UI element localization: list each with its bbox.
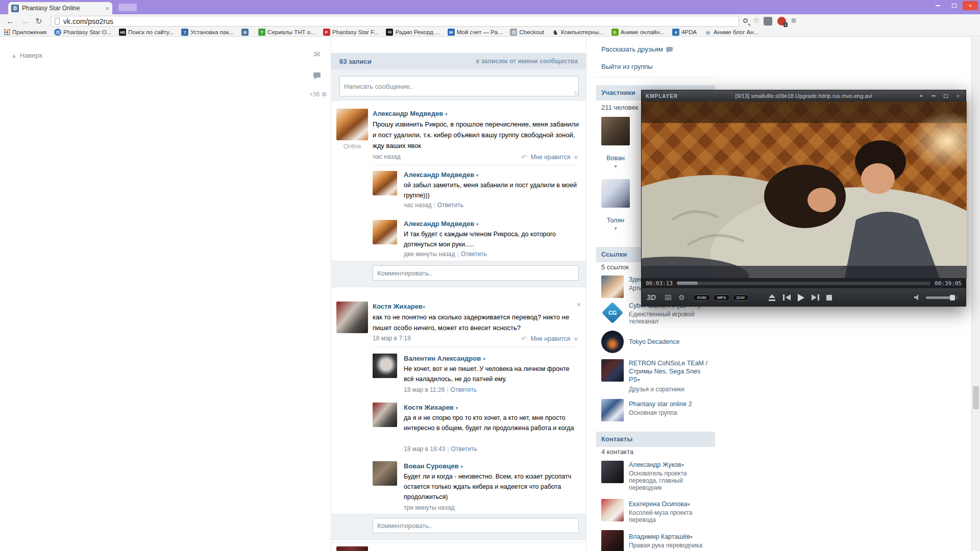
search-icon[interactable] [743,18,748,23]
next-button[interactable] [812,294,819,300]
window-maximize-button[interactable] [946,1,962,10]
adblock-extension-icon[interactable]: 3 [777,17,786,26]
3d-mode-button[interactable]: 3D [647,293,656,302]
share-arrow-icon[interactable]: ↶ [521,153,527,161]
comment-author-avatar[interactable] [373,171,397,195]
link-thumb[interactable] [601,359,624,382]
player-close-button[interactable]: × [954,93,962,99]
dropdown-icon[interactable]: ▾ [638,377,640,383]
comment-author-avatar[interactable] [373,461,397,486]
volume-knob[interactable] [950,295,955,300]
dropdown-icon[interactable]: ▾ [476,172,479,178]
contact-name-link[interactable]: Владимир Карташёв▾ [629,533,712,541]
dropdown-icon[interactable]: ▾ [688,502,690,507]
contact-avatar[interactable] [601,461,624,483]
bookmark-apps[interactable]: Приложения [4,29,46,35]
heart-icon[interactable]: ♥ [574,335,578,343]
leave-group-link[interactable]: Выйти из группы [601,63,653,70]
browser-menu-icon[interactable]: ≡ [791,16,796,26]
dropdown-icon[interactable]: ▾ [476,221,479,227]
link-thumb[interactable]: CG [601,302,624,324]
kmplayer-titlebar[interactable]: KMPLAYER [9/13] smallville.s09e18.Upgrad… [642,90,966,102]
messages-icon[interactable]: ✉ [309,49,325,59]
player-maximize-button[interactable] [942,93,949,99]
post-author-link[interactable]: Костя Жихарев▾ [373,303,425,310]
contact-avatar[interactable] [601,530,624,551]
volume-slider[interactable] [926,296,959,299]
dropdown-icon[interactable]: ▾ [445,111,448,117]
dropdown-icon[interactable]: ▾ [456,405,458,411]
scrollbar-thumb[interactable] [973,386,979,409]
reply-link[interactable]: Ответить [451,445,477,453]
stop-button[interactable] [826,295,832,300]
bookmark-item[interactable]: PPhantasy Star F... [323,29,379,36]
post-author-link[interactable]: Александр Медведев ▾ [373,110,448,117]
address-bar[interactable]: vk.com/pso2rus [51,16,739,27]
bookmark-star-icon[interactable]: ☆ [753,16,760,25]
link-title[interactable]: Tokyo Decadence [629,338,712,346]
contact-name-link[interactable]: Александр Жуков▾ [629,461,712,469]
bookmark-item[interactable]: В [241,29,251,36]
link-thumb[interactable] [601,276,624,298]
bookmark-item[interactable]: ◉Аниме блог Ан... [704,29,758,36]
bookmark-item[interactable]: 44PDA [672,29,697,36]
browser-tab[interactable]: В Phantasy Star Online × [8,2,112,14]
new-tab-button[interactable] [118,4,137,11]
composer-resize-handle[interactable] [574,91,579,96]
dropdown-icon[interactable]: ▾ [681,462,684,468]
bookmark-item[interactable]: DАниме онлайн... [611,29,665,36]
member-avatar[interactable] [601,117,630,145]
link-title[interactable]: RETRON CoNSoLe TEaM / Стримы Nes, Sega S… [629,359,712,384]
comment-author-link[interactable]: Александр Медведев ▾ [404,171,479,179]
link-thumb[interactable] [601,331,624,353]
share-arrow-icon[interactable]: ↶ [521,335,527,343]
back-button[interactable]: ← [3,17,17,26]
comment-author-avatar[interactable] [373,220,397,244]
reply-link[interactable]: Ответить [461,251,487,258]
dropdown-icon[interactable]: ▾ [423,304,425,310]
back-to-top-link[interactable]: ▲ Наверх [11,52,42,59]
post-author-avatar[interactable] [336,302,368,333]
comment-input[interactable] [373,518,579,533]
url-text[interactable]: vk.com/pso2rus [63,17,113,26]
bookmark-item[interactable]: ✉Радио Рекорд ... [386,29,439,36]
player-minimize-button[interactable] [930,93,937,99]
like-link[interactable]: Мне нравится [531,335,571,342]
reply-link[interactable]: Ответить [451,386,477,393]
community-posts-link[interactable]: к записям от имени сообщества [476,58,578,65]
player-settings-gear-icon[interactable]: ⚙ [678,293,685,302]
comment-author-avatar[interactable] [373,403,397,427]
link-thumb[interactable] [601,399,624,421]
contact-avatar[interactable] [601,499,624,521]
window-minimize-button[interactable] [930,1,945,10]
comment-author-avatar[interactable] [373,354,397,378]
comment-author-link[interactable]: Костя Жихарев ▾ [404,404,458,411]
share-with-friends-link[interactable]: Рассказать друзьям [601,45,673,53]
playlist-icon[interactable] [665,295,671,300]
dropdown-icon[interactable]: ▾ [690,534,693,540]
extension-icon[interactable] [764,17,772,26]
forward-button[interactable]: → [17,17,32,26]
eject-button[interactable] [768,294,776,301]
settings-gear-icon[interactable]: ⚙ [322,91,327,98]
comment-author-link[interactable]: Вован Суровцев ▾ [404,462,463,470]
member-avatar[interactable] [601,179,630,208]
next-post-avatar[interactable] [336,546,368,551]
member-name-link[interactable]: Вован [601,155,630,162]
comment-author-link[interactable]: Александр Медведев ▾ [404,220,479,228]
heart-icon[interactable]: ♥ [574,154,578,161]
dropdown-icon[interactable]: ▾ [601,163,630,169]
comment-input[interactable] [373,265,579,281]
seek-bar[interactable] [677,282,930,285]
post-close-icon[interactable]: × [576,300,581,309]
bookmark-item[interactable]: @Phantasy Star O... [54,29,111,36]
video-frame[interactable] [642,102,967,278]
post-composer-input[interactable] [339,76,579,96]
bookmark-item[interactable]: HDПоиск по сайту... [119,29,174,36]
comments-icon[interactable] [313,72,321,78]
reload-button[interactable]: ↻ [32,16,46,26]
member-name-link[interactable]: Толян [601,217,630,224]
dropdown-icon[interactable]: ▾ [483,356,485,362]
bookmark-item[interactable]: 7Установка пак... [181,29,234,36]
bookmark-item[interactable]: ▤Checkout [510,29,544,36]
